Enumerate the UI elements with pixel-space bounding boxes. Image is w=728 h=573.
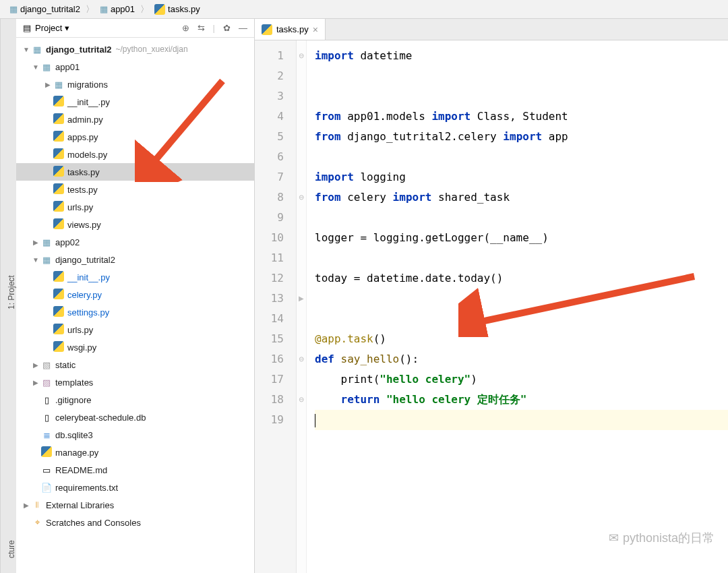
fold-marker[interactable] <box>297 107 306 127</box>
expand-arrow-icon[interactable]: ▶ <box>22 502 31 509</box>
expand-arrow-icon[interactable]: ▼ <box>31 256 40 264</box>
fold-marker[interactable] <box>297 410 306 430</box>
tree-node[interactable]: ▯.gitignore <box>16 391 254 409</box>
tree-label: static <box>55 360 75 370</box>
code-line[interactable] <box>315 147 728 167</box>
line-gutter: 12345678910111213141516171819 <box>255 40 297 573</box>
expand-arrow-icon[interactable]: ▶ <box>31 379 40 386</box>
fold-marker[interactable] <box>297 268 306 289</box>
code-line[interactable]: from celery import shared_task <box>315 187 728 208</box>
fold-marker[interactable] <box>297 228 306 248</box>
tree-node[interactable]: ≣db.sqlite3 <box>16 426 254 444</box>
expand-arrow-icon[interactable]: ▼ <box>31 63 40 71</box>
tree-label: manage.py <box>55 448 98 458</box>
tree-node[interactable]: ▼▦django_tutrital2 <box>16 251 254 268</box>
minimize-icon[interactable]: — <box>239 23 247 33</box>
fold-gutter[interactable]: ⊖⊖▶⊖⊖ <box>297 40 307 573</box>
code-line[interactable]: today = datetime.date.today() <box>315 268 728 289</box>
code-line[interactable]: import logging <box>315 167 728 187</box>
fold-marker[interactable] <box>297 309 306 329</box>
expand-arrow-icon[interactable]: ▶ <box>43 81 53 88</box>
breadcrumb-item[interactable]: ▦django_tutrital2 <box>5 3 84 16</box>
tree-node[interactable]: models.py <box>16 146 254 163</box>
tree-node[interactable]: ▶▨templates <box>16 373 254 391</box>
fold-marker[interactable] <box>297 369 306 390</box>
project-title[interactable]: Project ▾ <box>35 23 182 33</box>
tree-node[interactable]: views.py <box>16 216 254 233</box>
target-icon[interactable]: ⊕ <box>182 23 189 33</box>
fold-marker[interactable]: ⊖ <box>297 349 306 369</box>
tree-node[interactable]: apps.py <box>16 128 254 146</box>
code-line[interactable]: @app.task() <box>315 329 728 349</box>
tab-tasks-py[interactable]: tasks.py × <box>255 19 326 40</box>
tree-node[interactable]: celery.py <box>16 286 254 303</box>
breadcrumb-item[interactable]: ▦app01 <box>96 3 139 16</box>
tree-node[interactable]: ▼▦app01 <box>16 58 254 76</box>
fold-marker[interactable] <box>297 66 306 86</box>
tree-node[interactable]: urls.py <box>16 321 254 338</box>
fold-marker[interactable]: ⊖ <box>297 46 306 66</box>
fold-marker[interactable] <box>297 127 306 147</box>
fold-marker[interactable] <box>297 248 306 268</box>
code-line[interactable]: import datetime <box>315 46 728 66</box>
code-line[interactable] <box>315 66 728 86</box>
tree-node[interactable]: ▶▧static <box>16 356 254 373</box>
expand-arrow-icon[interactable]: ▶ <box>31 239 40 246</box>
line-number: 3 <box>255 86 296 107</box>
gear-icon[interactable]: ✿ <box>223 23 231 33</box>
breadcrumb-item[interactable]: tasks.py <box>150 3 204 16</box>
tree-node[interactable]: ▼▦django_tutrital2~/python_xuexi/djan <box>16 40 254 58</box>
tree-node[interactable]: __init__.py <box>16 268 254 286</box>
tree-node[interactable]: __init__.py <box>16 93 254 111</box>
code-line[interactable]: return "hello celery 定时任务" <box>315 390 728 410</box>
tree-node[interactable]: admin.py <box>16 111 254 128</box>
divider-icon: | <box>213 23 215 33</box>
tree-node[interactable]: tests.py <box>16 181 254 198</box>
code-line[interactable]: from app01.models import Class, Student <box>315 107 728 127</box>
tree-node[interactable]: tasks.py <box>16 163 254 181</box>
fold-marker[interactable] <box>297 208 306 228</box>
fold-marker[interactable]: ▶ <box>297 289 306 309</box>
tree-node[interactable]: ▶⫴External Libraries <box>16 496 254 514</box>
fold-marker[interactable] <box>297 167 306 187</box>
tree-node[interactable]: ▯celerybeat-schedule.db <box>16 409 254 426</box>
code-editor[interactable]: 12345678910111213141516171819 ⊖⊖▶⊖⊖ impo… <box>255 40 728 573</box>
tree-node[interactable]: ▶▦app02 <box>16 233 254 251</box>
code-content[interactable]: import datetime from app01.models import… <box>307 40 728 573</box>
collapse-icon[interactable]: ⇆ <box>198 23 205 33</box>
file-icon: ▯ <box>40 413 53 423</box>
fold-marker[interactable]: ⊖ <box>297 187 306 208</box>
tree-node[interactable]: ⌖Scratches and Consoles <box>16 514 254 531</box>
tree-node[interactable]: ▭README.md <box>16 461 254 479</box>
tree-node[interactable]: settings.py <box>16 303 254 321</box>
fold-marker[interactable] <box>297 86 306 107</box>
code-line[interactable]: logger = logging.getLogger(__name__) <box>315 228 728 248</box>
line-number: 12 <box>255 268 296 289</box>
code-line[interactable]: print("hello celery") <box>315 369 728 390</box>
code-line[interactable] <box>315 208 728 228</box>
expand-arrow-icon[interactable]: ▼ <box>22 46 31 53</box>
tree-node[interactable]: wsgi.py <box>16 338 254 356</box>
fold-marker[interactable]: ⊖ <box>297 390 306 410</box>
tree-node[interactable]: manage.py <box>16 444 254 461</box>
code-line[interactable]: from django_tutrital2.celery import app <box>315 127 728 147</box>
side-tab-structure[interactable]: cture <box>0 533 16 573</box>
project-tree[interactable]: ▼▦django_tutrital2~/python_xuexi/djan▼▦a… <box>16 38 254 573</box>
code-line[interactable] <box>315 309 728 329</box>
fold-marker[interactable] <box>297 147 306 167</box>
close-icon[interactable]: × <box>313 24 318 35</box>
code-line[interactable] <box>315 248 728 268</box>
tree-node[interactable]: ▶▦migrations <box>16 76 254 93</box>
code-line[interactable] <box>315 86 728 107</box>
side-tab-project[interactable]: 1: Project <box>0 19 16 573</box>
project-view-icon: ▤ <box>23 23 31 33</box>
code-line[interactable] <box>315 289 728 309</box>
line-number: 11 <box>255 248 296 268</box>
fold-marker[interactable] <box>297 329 306 349</box>
tree-node[interactable]: 📄requirements.txt <box>16 479 254 496</box>
expand-arrow-icon[interactable]: ▶ <box>31 361 40 369</box>
code-line[interactable]: def say_hello(): <box>315 349 728 369</box>
py-icon <box>53 324 65 336</box>
tree-node[interactable]: urls.py <box>16 198 254 216</box>
code-line[interactable] <box>315 410 728 430</box>
